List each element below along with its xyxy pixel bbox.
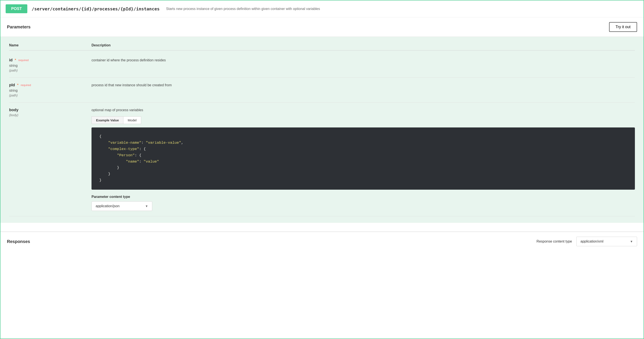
code-string: "complex-type" [108,147,139,151]
param-location-id: (path) [9,68,92,72]
table-row: body (body) optional map of process vari… [9,102,635,216]
required-label-pid: required [20,83,31,87]
code-string: "value" [144,160,159,164]
code-example-block: { "variable-name": "variable-value", "co… [92,127,635,190]
param-left-pid: pId * required string (path) [9,83,92,97]
method-badge: POST [6,4,27,13]
response-content-type-label: Response content type [536,240,572,243]
content-type-select[interactable]: application/json ▼ [92,201,152,211]
required-star-id: * [15,58,16,62]
param-name-row-id: id * required [9,58,92,62]
try-it-out-button[interactable]: Try it out [609,22,637,32]
param-location-body: (body) [9,113,92,117]
endpoint-path: /server/containers/{id}/processes/{pId}/… [32,6,160,11]
table-row: id * required string (path) container id… [9,53,635,78]
table-header: Name Description [9,43,635,50]
param-name-body: body [9,108,18,112]
endpoint-description: Starts new process instance of given pro… [166,7,320,11]
required-label-id: required [18,58,28,62]
table-row: pId * required string (path) process id … [9,78,635,102]
response-content-type-area: Response content type application/xml ▼ [536,237,637,246]
param-right-id: container id where the process definitio… [92,58,635,66]
tab-example-value[interactable]: Example Value [92,116,123,124]
param-name-id: id [9,58,12,62]
param-right-pid: process id that new instance should be c… [92,83,635,91]
tab-model[interactable]: Model [123,116,141,124]
content-type-label: Parameter content type [92,195,635,199]
content-type-section: Parameter content type application/json … [92,195,635,211]
param-name-row-pid: pId * required [9,83,92,87]
params-table: Name Description id * required string (p… [9,43,635,216]
code-string: "Person" [117,153,135,157]
chevron-down-icon: ▼ [145,204,148,208]
code-string: "variable-value" [146,141,181,145]
param-type-id: string [9,64,92,68]
param-name-row-body: body [9,108,92,112]
response-content-type-selected: application/xml [580,240,604,243]
col-header-description: Description [92,43,635,47]
code-string: "variable-name" [108,141,142,145]
chevron-down-icon: ▼ [630,240,633,243]
col-header-name: Name [9,43,92,47]
code-string: "name" [126,160,139,164]
param-description-id: container id where the process definitio… [92,58,635,62]
content-type-selected-value: application/json [96,204,120,208]
responses-section: Responses Response content type applicat… [0,232,644,251]
param-right-body: optional map of process variables Exampl… [92,108,635,211]
page-wrapper: POST /server/containers/{id}/processes/{… [0,0,644,339]
response-content-type-select[interactable]: application/xml ▼ [576,237,637,246]
param-left-id: id * required string (path) [9,58,92,72]
parameters-section: Parameters Try it out Name Description i… [0,17,644,223]
param-left-body: body (body) [9,108,92,117]
param-location-pid: (path) [9,93,92,97]
endpoint-header: POST /server/containers/{id}/processes/{… [0,0,644,17]
param-name-pid: pId [9,83,15,87]
example-tabs: Example Value Model [92,116,635,124]
required-star-pid: * [17,83,18,87]
parameters-title: Parameters [7,24,30,29]
param-description-body: optional map of process variables [92,108,635,112]
param-type-pid: string [9,89,92,92]
params-table-wrapper: Name Description id * required string (p… [0,37,644,223]
param-description-pid: process id that new instance should be c… [92,83,635,87]
responses-title: Responses [7,239,30,244]
parameters-header: Parameters Try it out [0,17,644,37]
